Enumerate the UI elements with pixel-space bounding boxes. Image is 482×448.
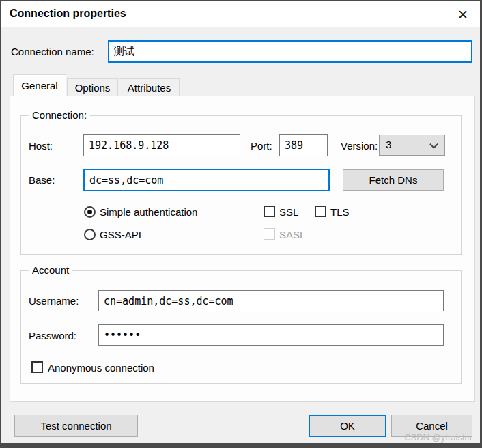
test-connection-button-label: Test connection xyxy=(40,420,111,432)
test-connection-button[interactable]: Test connection xyxy=(14,415,138,437)
connection-name-label: Connection name: xyxy=(11,46,94,57)
account-groupbox-title: Account xyxy=(29,264,72,276)
connection-properties-dialog: Connection properties ✕ Connection name:… xyxy=(0,0,482,448)
sasl-checkbox xyxy=(264,228,275,240)
version-select[interactable]: 3 xyxy=(379,135,445,156)
tls-label: TLS xyxy=(330,206,350,218)
base-input[interactable] xyxy=(83,169,330,191)
host-label: Host: xyxy=(29,140,53,152)
password-input[interactable] xyxy=(98,324,444,346)
fetch-dns-button-label: Fetch DNs xyxy=(369,174,418,186)
fetch-dns-button[interactable]: Fetch DNs xyxy=(343,169,444,191)
version-select-value: 3 xyxy=(386,139,391,150)
radio-dot xyxy=(87,210,92,214)
ok-button[interactable]: OK xyxy=(309,415,386,437)
tab-general[interactable]: General xyxy=(13,74,66,96)
tab-options[interactable]: Options xyxy=(67,78,118,96)
tab-options-label: Options xyxy=(75,82,111,94)
username-input[interactable] xyxy=(98,290,444,311)
host-input[interactable] xyxy=(83,134,240,156)
cancel-button-label: Cancel xyxy=(416,420,448,432)
sasl-label: SASL xyxy=(279,229,305,240)
tab-attributes-label: Attributes xyxy=(128,82,171,94)
anonymous-connection-label: Anonymous connection xyxy=(48,362,154,374)
base-label: Base: xyxy=(29,174,55,186)
connection-name-input[interactable] xyxy=(108,40,472,63)
port-input[interactable] xyxy=(279,134,328,156)
chevron-down-icon xyxy=(429,140,438,149)
titlebar: Connection properties ✕ xyxy=(1,1,480,27)
version-label: Version: xyxy=(341,140,378,152)
tls-checkbox[interactable] xyxy=(315,206,326,217)
watermark: CSDN @ytraister xyxy=(404,432,472,443)
gss-api-label: GSS-API xyxy=(100,229,141,240)
ssl-label: SSL xyxy=(279,206,298,218)
close-icon[interactable]: ✕ xyxy=(451,4,474,25)
anonymous-connection-checkbox[interactable] xyxy=(31,361,43,373)
tab-general-label: General xyxy=(21,80,57,92)
simple-authentication-label: Simple authentication xyxy=(100,206,197,218)
radio-gss-api[interactable] xyxy=(84,229,96,240)
radio-simple-authentication[interactable] xyxy=(84,206,96,218)
username-label: Username: xyxy=(29,295,79,307)
port-label: Port: xyxy=(251,140,272,152)
ssl-checkbox[interactable] xyxy=(264,206,275,217)
window-title: Connection properties xyxy=(10,8,126,20)
ok-button-label: OK xyxy=(340,420,355,432)
tab-attributes[interactable]: Attributes xyxy=(119,78,180,96)
password-label: Password: xyxy=(29,330,76,341)
connection-groupbox-title: Connection: xyxy=(29,109,90,121)
